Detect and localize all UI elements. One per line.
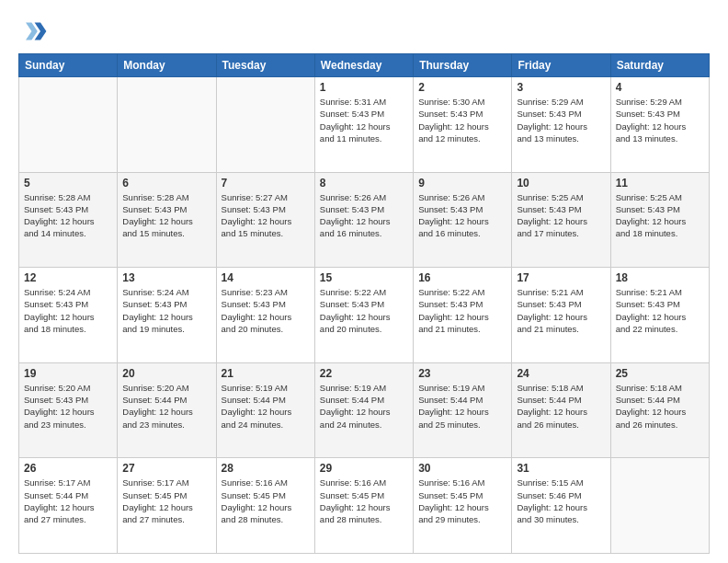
calendar-week-4: 19Sunrise: 5:20 AM Sunset: 5:43 PM Dayli… [19, 362, 710, 458]
day-number: 14 [222, 271, 310, 284]
day-info: Sunrise: 5:21 AM Sunset: 5:43 PM Dayligh… [616, 286, 704, 335]
day-info: Sunrise: 5:19 AM Sunset: 5:44 PM Dayligh… [418, 382, 506, 431]
day-number: 7 [222, 177, 310, 190]
day-info: Sunrise: 5:22 AM Sunset: 5:43 PM Dayligh… [320, 286, 408, 335]
day-number: 21 [222, 367, 310, 380]
calendar-cell: 19Sunrise: 5:20 AM Sunset: 5:43 PM Dayli… [19, 362, 118, 458]
day-header-saturday: Saturday [610, 54, 709, 77]
calendar-cell: 8Sunrise: 5:26 AM Sunset: 5:43 PM Daylig… [314, 172, 413, 268]
day-info: Sunrise: 5:16 AM Sunset: 5:45 PM Dayligh… [320, 477, 408, 525]
calendar: SundayMondayTuesdayWednesdayThursdayFrid… [18, 53, 710, 554]
day-number: 3 [517, 81, 605, 94]
calendar-cell: 9Sunrise: 5:26 AM Sunset: 5:43 PM Daylig… [414, 172, 512, 268]
calendar-cell: 3Sunrise: 5:29 AM Sunset: 5:43 PM Daylig… [512, 77, 610, 173]
calendar-cell: 25Sunrise: 5:18 AM Sunset: 5:44 PM Dayli… [610, 362, 709, 458]
day-number: 10 [517, 177, 605, 190]
calendar-cell [118, 77, 216, 173]
calendar-cell: 28Sunrise: 5:16 AM Sunset: 5:45 PM Dayli… [216, 458, 314, 554]
day-info: Sunrise: 5:29 AM Sunset: 5:43 PM Dayligh… [517, 96, 605, 144]
day-info: Sunrise: 5:27 AM Sunset: 5:43 PM Dayligh… [222, 191, 310, 240]
day-number: 9 [418, 177, 506, 190]
logo [18, 17, 51, 46]
day-info: Sunrise: 5:28 AM Sunset: 5:43 PM Dayligh… [122, 191, 210, 240]
day-header-sunday: Sunday [19, 54, 118, 77]
day-header-thursday: Thursday [414, 54, 512, 77]
day-info: Sunrise: 5:20 AM Sunset: 5:43 PM Dayligh… [24, 382, 112, 431]
calendar-cell [19, 77, 118, 173]
page: SundayMondayTuesdayWednesdayThursdayFrid… [0, 0, 728, 563]
day-info: Sunrise: 5:25 AM Sunset: 5:43 PM Dayligh… [517, 191, 605, 240]
day-info: Sunrise: 5:16 AM Sunset: 5:45 PM Dayligh… [418, 477, 506, 525]
day-info: Sunrise: 5:15 AM Sunset: 5:46 PM Dayligh… [517, 477, 605, 525]
day-info: Sunrise: 5:23 AM Sunset: 5:43 PM Dayligh… [222, 286, 310, 335]
day-info: Sunrise: 5:19 AM Sunset: 5:44 PM Dayligh… [320, 382, 408, 431]
day-info: Sunrise: 5:24 AM Sunset: 5:43 PM Dayligh… [24, 286, 112, 335]
day-number: 15 [320, 271, 408, 284]
calendar-cell: 7Sunrise: 5:27 AM Sunset: 5:43 PM Daylig… [216, 172, 314, 268]
day-header-tuesday: Tuesday [216, 54, 314, 77]
calendar-week-3: 12Sunrise: 5:24 AM Sunset: 5:43 PM Dayli… [19, 268, 710, 363]
day-number: 11 [616, 177, 704, 190]
calendar-cell: 26Sunrise: 5:17 AM Sunset: 5:44 PM Dayli… [19, 458, 118, 554]
calendar-cell: 22Sunrise: 5:19 AM Sunset: 5:44 PM Dayli… [314, 362, 413, 458]
day-info: Sunrise: 5:28 AM Sunset: 5:43 PM Dayligh… [24, 191, 112, 240]
day-number: 17 [517, 271, 605, 284]
day-number: 19 [24, 367, 112, 380]
day-info: Sunrise: 5:26 AM Sunset: 5:43 PM Dayligh… [320, 191, 408, 240]
calendar-cell: 4Sunrise: 5:29 AM Sunset: 5:43 PM Daylig… [610, 77, 709, 173]
calendar-cell: 1Sunrise: 5:31 AM Sunset: 5:43 PM Daylig… [314, 77, 413, 173]
day-header-monday: Monday [118, 54, 216, 77]
day-info: Sunrise: 5:25 AM Sunset: 5:43 PM Dayligh… [616, 191, 704, 240]
calendar-cell [216, 77, 314, 173]
calendar-week-1: 1Sunrise: 5:31 AM Sunset: 5:43 PM Daylig… [19, 77, 710, 173]
day-info: Sunrise: 5:17 AM Sunset: 5:44 PM Dayligh… [24, 477, 112, 525]
day-number: 6 [122, 177, 210, 190]
day-info: Sunrise: 5:22 AM Sunset: 5:43 PM Dayligh… [418, 286, 506, 335]
day-number: 31 [517, 462, 605, 475]
calendar-cell: 27Sunrise: 5:17 AM Sunset: 5:45 PM Dayli… [118, 458, 216, 554]
calendar-cell: 24Sunrise: 5:18 AM Sunset: 5:44 PM Dayli… [512, 362, 610, 458]
calendar-cell: 11Sunrise: 5:25 AM Sunset: 5:43 PM Dayli… [610, 172, 709, 268]
calendar-cell: 14Sunrise: 5:23 AM Sunset: 5:43 PM Dayli… [216, 268, 314, 363]
calendar-cell: 2Sunrise: 5:30 AM Sunset: 5:43 PM Daylig… [414, 77, 512, 173]
day-info: Sunrise: 5:26 AM Sunset: 5:43 PM Dayligh… [418, 191, 506, 240]
day-header-friday: Friday [512, 54, 610, 77]
day-number: 22 [320, 367, 408, 380]
day-number: 4 [616, 81, 704, 94]
day-info: Sunrise: 5:19 AM Sunset: 5:44 PM Dayligh… [222, 382, 310, 431]
calendar-cell [610, 458, 709, 554]
day-number: 16 [418, 271, 506, 284]
day-info: Sunrise: 5:21 AM Sunset: 5:43 PM Dayligh… [517, 286, 605, 335]
calendar-cell: 20Sunrise: 5:20 AM Sunset: 5:44 PM Dayli… [118, 362, 216, 458]
calendar-cell: 12Sunrise: 5:24 AM Sunset: 5:43 PM Dayli… [19, 268, 118, 363]
day-info: Sunrise: 5:18 AM Sunset: 5:44 PM Dayligh… [616, 382, 704, 431]
day-number: 20 [122, 367, 210, 380]
day-number: 23 [418, 367, 506, 380]
day-info: Sunrise: 5:29 AM Sunset: 5:43 PM Dayligh… [616, 96, 704, 144]
calendar-cell: 23Sunrise: 5:19 AM Sunset: 5:44 PM Dayli… [414, 362, 512, 458]
day-number: 13 [122, 271, 210, 284]
header [18, 17, 710, 46]
calendar-cell: 21Sunrise: 5:19 AM Sunset: 5:44 PM Dayli… [216, 362, 314, 458]
calendar-cell: 15Sunrise: 5:22 AM Sunset: 5:43 PM Dayli… [314, 268, 413, 363]
day-number: 24 [517, 367, 605, 380]
day-info: Sunrise: 5:30 AM Sunset: 5:43 PM Dayligh… [418, 96, 506, 144]
calendar-cell: 30Sunrise: 5:16 AM Sunset: 5:45 PM Dayli… [414, 458, 512, 554]
day-info: Sunrise: 5:31 AM Sunset: 5:43 PM Dayligh… [320, 96, 408, 144]
calendar-cell: 13Sunrise: 5:24 AM Sunset: 5:43 PM Dayli… [118, 268, 216, 363]
calendar-cell: 17Sunrise: 5:21 AM Sunset: 5:43 PM Dayli… [512, 268, 610, 363]
day-number: 30 [418, 462, 506, 475]
calendar-cell: 18Sunrise: 5:21 AM Sunset: 5:43 PM Dayli… [610, 268, 709, 363]
day-number: 2 [418, 81, 506, 94]
day-info: Sunrise: 5:24 AM Sunset: 5:43 PM Dayligh… [122, 286, 210, 335]
calendar-header-row: SundayMondayTuesdayWednesdayThursdayFrid… [19, 54, 710, 77]
svg-marker-1 [26, 22, 38, 40]
day-number: 5 [24, 177, 112, 190]
calendar-cell: 6Sunrise: 5:28 AM Sunset: 5:43 PM Daylig… [118, 172, 216, 268]
day-info: Sunrise: 5:17 AM Sunset: 5:45 PM Dayligh… [122, 477, 210, 525]
day-number: 25 [616, 367, 704, 380]
calendar-week-2: 5Sunrise: 5:28 AM Sunset: 5:43 PM Daylig… [19, 172, 710, 268]
calendar-cell: 16Sunrise: 5:22 AM Sunset: 5:43 PM Dayli… [414, 268, 512, 363]
day-number: 8 [320, 177, 408, 190]
day-number: 1 [320, 81, 408, 94]
